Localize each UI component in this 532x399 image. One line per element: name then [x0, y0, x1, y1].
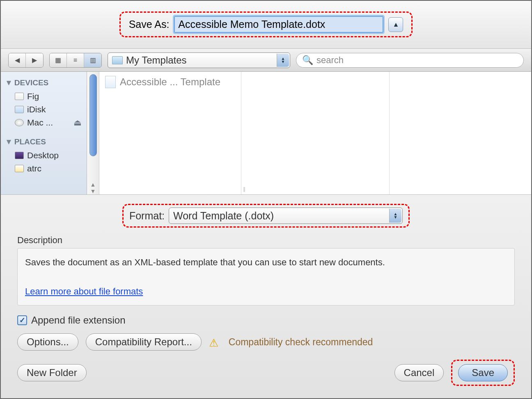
idisk-icon: [15, 106, 24, 113]
save-button[interactable]: Save: [458, 364, 508, 381]
search-input[interactable]: 🔍 search: [296, 53, 524, 68]
footer-row: New Folder Cancel Save: [17, 360, 515, 391]
sidebar-item-mac[interactable]: Mac ... ⏏: [2, 116, 85, 129]
sidebar-devices-header[interactable]: ▼DEVICES: [2, 76, 85, 90]
column-resize-handle[interactable]: ‖: [241, 72, 247, 194]
description-text: Saves the document as an XML-based templ…: [25, 255, 507, 269]
location-label: My Templates: [126, 55, 187, 66]
new-folder-button[interactable]: New Folder: [17, 364, 87, 381]
sidebar-item-atrc[interactable]: atrc: [2, 162, 85, 175]
browser-column-1: Accessible ... Template: [99, 72, 241, 194]
options-row: Options... Compatibility Report... ⚠ Com…: [17, 333, 515, 351]
append-extension-label: Append file extension: [31, 315, 126, 326]
sidebar-item-label: Desktop: [27, 150, 59, 160]
options-button[interactable]: Options...: [17, 333, 78, 351]
description-box: Saves the document as an XML-based templ…: [17, 248, 515, 306]
list-view-button[interactable]: ≡: [67, 53, 84, 67]
learn-more-link[interactable]: Learn more about file formats: [25, 286, 143, 296]
sidebar-item-idisk[interactable]: iDisk: [2, 103, 85, 116]
home-icon: [15, 165, 24, 172]
collapse-button[interactable]: ▲: [388, 17, 403, 32]
sidebar-item-fig[interactable]: Fig: [2, 90, 85, 103]
checkmark-icon: ✓: [19, 316, 25, 325]
forward-button[interactable]: ▶: [26, 53, 43, 67]
save-as-highlight: Save As: ▲: [119, 11, 413, 37]
cancel-button[interactable]: Cancel: [394, 364, 444, 381]
footer-right: Cancel Save: [394, 360, 515, 386]
sidebar-item-label: iDisk: [27, 105, 46, 114]
grid-icon: ▦: [55, 56, 61, 64]
description-label: Description: [17, 235, 515, 246]
format-value: Word Template (.dotx): [173, 210, 274, 222]
format-row: Format: Word Template (.dotx) ▲▼: [17, 204, 515, 228]
sidebar-item-label: atrc: [27, 164, 41, 173]
file-item[interactable]: Accessible ... Template: [105, 76, 235, 88]
append-extension-checkbox[interactable]: ✓: [17, 315, 27, 325]
save-highlight: Save: [451, 360, 515, 386]
icon-view-button[interactable]: ▦: [50, 53, 67, 67]
stepper-arrows-icon: ▲▼: [277, 54, 289, 67]
desktop-icon: [15, 152, 24, 159]
save-as-label: Save As:: [129, 18, 170, 30]
sidebar-item-label: Mac ...: [27, 118, 53, 128]
eject-icon[interactable]: ⏏: [73, 118, 82, 128]
stepper-arrows-icon: ▲▼: [389, 209, 401, 223]
search-icon: 🔍: [302, 55, 313, 66]
columns-icon: ▥: [90, 56, 96, 64]
browser-column-2: [247, 72, 389, 194]
triangle-up-icon: ▲: [392, 21, 399, 28]
bottom-panel: Format: Word Template (.dotx) ▲▼ Descrip…: [1, 195, 531, 398]
disk-icon: [15, 93, 24, 100]
back-button[interactable]: ◀: [9, 53, 26, 67]
format-dropdown[interactable]: Word Template (.dotx) ▲▼: [169, 207, 403, 224]
browser-toolbar: ◀ ▶ ▦ ≡ ▥ My Templates ▲▼ 🔍 search: [1, 49, 531, 72]
triangle-right-icon: ▶: [32, 56, 37, 64]
scroll-arrows[interactable]: ▲▼: [90, 181, 96, 194]
compat-warning-text: Compatibility check recommended: [229, 337, 373, 348]
append-extension-row: ✓ Append file extension: [17, 315, 515, 326]
save-as-input[interactable]: [174, 16, 383, 33]
sidebar-item-label: Fig: [27, 91, 39, 101]
document-icon: [105, 76, 116, 88]
cd-icon: [15, 119, 24, 126]
view-buttons: ▦ ≡ ▥: [49, 53, 102, 68]
compat-report-button[interactable]: Compatibility Report...: [86, 333, 202, 351]
list-icon: ≡: [73, 57, 77, 64]
save-dialog: Save As: ▲ ◀ ▶ ▦ ≡ ▥: [0, 0, 532, 399]
column-view-button[interactable]: ▥: [84, 53, 101, 67]
file-name: Accessible ... Template: [120, 76, 220, 88]
disclosure-triangle-icon: ▼: [5, 137, 13, 146]
triangle-left-icon: ◀: [15, 56, 20, 64]
sidebar-scrollbar[interactable]: ▲▼: [87, 72, 99, 194]
folder-icon: [112, 56, 123, 64]
disclosure-triangle-icon: ▼: [5, 78, 13, 87]
location-dropdown[interactable]: My Templates ▲▼: [108, 52, 290, 68]
warning-icon: ⚠: [209, 337, 221, 347]
format-highlight: Format: Word Template (.dotx) ▲▼: [122, 204, 410, 228]
file-browser: ▼DEVICES Fig iDisk Mac ... ⏏ ▼PLACES Des…: [1, 72, 531, 195]
format-label: Format:: [129, 210, 165, 222]
sidebar-item-desktop[interactable]: Desktop: [2, 149, 85, 162]
save-as-row: Save As: ▲: [1, 1, 531, 49]
search-placeholder: search: [316, 55, 344, 66]
browser-column-3: [390, 72, 531, 194]
sidebar-places-header[interactable]: ▼PLACES: [2, 135, 85, 149]
nav-buttons: ◀ ▶: [8, 53, 44, 68]
scroll-thumb[interactable]: [89, 74, 97, 156]
sidebar: ▼DEVICES Fig iDisk Mac ... ⏏ ▼PLACES Des…: [1, 72, 87, 194]
